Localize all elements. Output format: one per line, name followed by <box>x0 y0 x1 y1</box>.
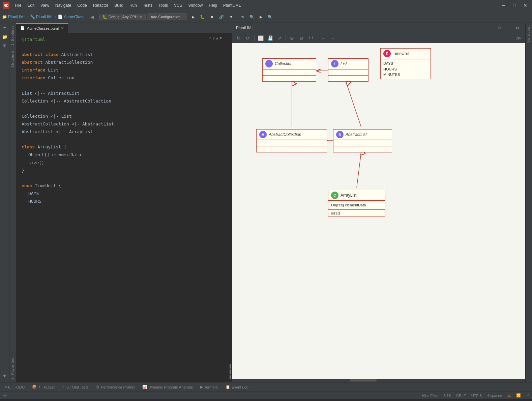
breadcrumb-plantuml2[interactable]: 🔧 PlantUML <box>30 15 54 19</box>
back-button[interactable]: ◀ <box>90 14 94 20</box>
save-icon[interactable]: 💾 <box>266 34 274 42</box>
menu-build[interactable]: Build <box>112 2 126 8</box>
menu-view[interactable]: View <box>38 2 52 8</box>
tab-todo[interactable]: ≡ 6: TODO <box>1 384 28 390</box>
status-git-icon: 🔀 <box>516 393 521 398</box>
minus-icon[interactable]: ─ <box>505 24 512 32</box>
search-everywhere-button[interactable]: 🔍 <box>266 14 274 20</box>
run-toolbar: ▶ 🐛 ⏹ 🔗 ▼ <box>190 14 235 20</box>
add-configuration-button[interactable]: Add Configuration... <box>147 13 187 20</box>
left-sidebar: ≡ 📁 ⊞ ★ <box>0 23 9 382</box>
uml-box-collection[interactable]: I Collection <box>262 58 316 82</box>
more-icon[interactable]: ≫ <box>514 34 523 42</box>
refresh-icon[interactable]: ↻ <box>235 34 243 42</box>
breadcrumb-acmeclass[interactable]: 📄 AcmeClass... <box>58 15 88 19</box>
status-indent[interactable]: 4 spaces <box>487 394 502 398</box>
status-line-ending[interactable]: CRLF <box>456 394 466 398</box>
nuget-label: NuGet <box>44 385 55 389</box>
dpa-icon: 📊 <box>142 385 147 389</box>
todo-num: 6 <box>8 385 10 389</box>
copy-icon[interactable]: ⬜ <box>257 34 265 42</box>
diagram-header: PlantUML ⚙ ─ ≫ <box>232 23 525 33</box>
menu-run[interactable]: Run <box>127 2 140 8</box>
nuget-sep: : <box>41 385 42 389</box>
menu-file[interactable]: File <box>12 2 24 8</box>
diagram-scrollbar[interactable] <box>232 379 525 382</box>
tab-unit-tests[interactable]: ✓ 8: Unit Tests <box>59 384 92 390</box>
run-button[interactable]: ▶ <box>190 14 197 20</box>
tab-terminal[interactable]: ▶ Terminal <box>197 384 222 390</box>
diagram-canvas[interactable]: I Collection I List E TimeUnit <box>232 43 525 379</box>
sidebar-icon-structure[interactable]: ⊞ <box>1 42 8 49</box>
uml-box-timeunit[interactable]: E TimeUnit DAYSHOURSMINUTES <box>380 48 431 79</box>
tab-dynamic-analysis[interactable]: 📊 Dynamic Program Analysis <box>139 384 196 390</box>
breadcrumb-plantuml1[interactable]: 📁 PlantUML <box>2 15 26 19</box>
abstractlist-methods <box>333 140 392 146</box>
separator3 <box>317 35 317 41</box>
minimize-button[interactable]: ─ <box>500 1 508 9</box>
editor-tab-acmeclasses[interactable]: 📄 AcmeClasses.puml ✕ <box>16 23 68 33</box>
menu-tools[interactable]: Tools <box>156 2 171 8</box>
menu-refactor[interactable]: Refactor <box>90 2 111 8</box>
right-label-plantuml[interactable]: PlantUML <box>526 23 531 46</box>
play-button[interactable]: ▶ <box>258 14 264 20</box>
fit-icon[interactable]: 1:1 <box>307 34 315 42</box>
code-line-13: AbstractList <|-- ArrayList <box>22 128 227 136</box>
uml-box-arraylist[interactable]: C ArrayList Object[] elementData size() <box>328 190 385 217</box>
breadcrumb-sep2: › <box>55 15 56 19</box>
prev-icon[interactable]: ← <box>319 34 327 42</box>
sidebar-icon-favorites[interactable]: ★ <box>1 372 8 379</box>
status-position[interactable]: 5:15 <box>444 394 451 398</box>
maximize-button[interactable]: □ <box>510 1 519 9</box>
tab-event-log[interactable]: 📋 Event Log <box>222 384 252 390</box>
zoom-out-icon[interactable]: ⊖ <box>297 34 305 42</box>
attach-button[interactable]: 🔗 <box>217 14 226 20</box>
editor-tabs: 📄 AcmeClasses.puml ✕ <box>16 23 232 33</box>
diagram-scroll-thumb[interactable] <box>350 379 377 381</box>
breadcrumb: 📁 PlantUML › 🔧 PlantUML › 📄 AcmeClass...… <box>2 14 94 20</box>
settings-button[interactable]: ⟲ <box>239 14 246 20</box>
export-icon[interactable]: ↗ <box>275 34 284 42</box>
tab-performance-profiler[interactable]: ⏱ Performance Profiler <box>92 384 138 390</box>
zoom-in-icon[interactable]: ⊕ <box>288 34 296 42</box>
label-explorer[interactable]: 1: Explorer <box>10 23 15 48</box>
dropdown-button[interactable]: ▼ <box>227 14 235 20</box>
menu-code[interactable]: Code <box>75 2 90 8</box>
menu-vcs[interactable]: VCS <box>171 2 185 8</box>
menu-tests[interactable]: Tests <box>140 2 155 8</box>
uml-box-abstractcollection[interactable]: A AbstractCollection <box>256 129 327 152</box>
nav-down-icon[interactable]: ▼ <box>219 36 222 42</box>
search-button[interactable]: 🔍 <box>247 14 256 20</box>
todo-sep: : <box>12 385 13 389</box>
expand-icon[interactable]: ≫ <box>514 24 521 32</box>
tab-nuget[interactable]: 📦 7: NuGet <box>29 384 58 390</box>
close-button[interactable]: ✕ <box>521 1 529 9</box>
arraylist-fields: Object[] elementData <box>328 201 385 209</box>
file-icon: 📄 <box>20 26 25 30</box>
gear-icon[interactable]: ⚙ <box>496 24 504 32</box>
status-encoding[interactable]: UTF-8 <box>471 394 482 398</box>
debug-config-dropdown[interactable]: 🐛 Debug | Any CPU ▼ <box>99 14 146 20</box>
refresh2-icon[interactable]: ⟳ <box>244 34 252 42</box>
label-structure[interactable]: Structure <box>10 48 15 70</box>
uml-box-list[interactable]: I List <box>328 58 368 82</box>
menu-navigate[interactable]: Navigate <box>53 2 74 8</box>
menu-window[interactable]: Window <box>186 2 206 8</box>
uml-box-abstractlist[interactable]: A AbstractList <box>333 129 392 152</box>
sidebar-icon-explorer[interactable]: ≡ <box>1 24 8 32</box>
tab-close-button[interactable]: ✕ <box>61 26 64 31</box>
editor-content[interactable]: ✓ 2 ▲ ▼ @startuml abstract class Abstrac… <box>16 33 232 382</box>
nav-up-icon[interactable]: ▲ <box>216 36 218 42</box>
list-fields <box>328 75 368 81</box>
stop-button[interactable]: ⏹ <box>208 14 216 20</box>
menu-edit[interactable]: Edit <box>25 2 37 8</box>
next-icon[interactable]: → <box>329 34 337 42</box>
status-misc-files[interactable]: Misc Files <box>422 394 438 398</box>
sidebar-icon-folder[interactable]: 📁 <box>1 33 8 40</box>
debug-button[interactable]: 🐛 <box>198 14 207 20</box>
abstractcollection-fields <box>257 146 327 152</box>
menu-plantuml[interactable]: PlantUML <box>220 2 244 8</box>
code-line-21: DAYS <box>22 190 227 198</box>
label-favorites[interactable]: 2: Favorites <box>10 355 15 382</box>
menu-help[interactable]: Help <box>206 2 220 8</box>
